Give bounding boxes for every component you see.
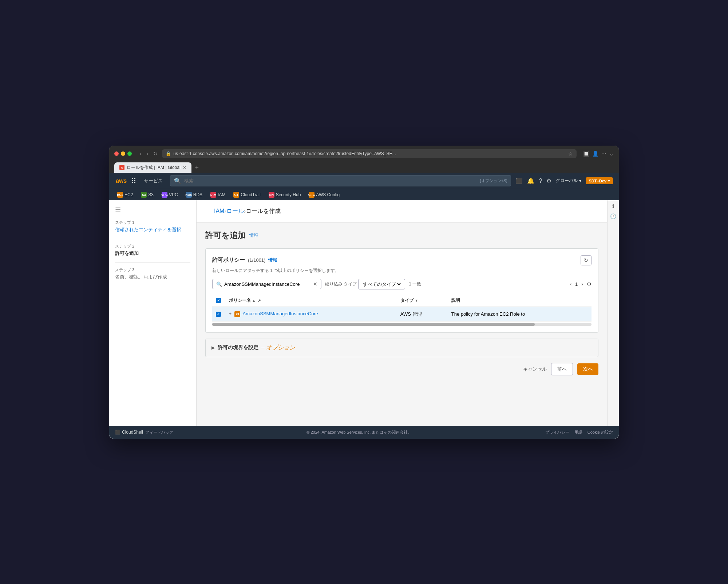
terminal-icon[interactable]: ⬛ [515, 177, 523, 184]
breadcrumb-current: ロールを作成 [246, 208, 281, 215]
page-info-link[interactable]: 情報 [249, 232, 258, 238]
search-clear-button[interactable]: ✕ [313, 281, 317, 287]
close-button[interactable] [114, 151, 119, 156]
right-panel: ℹ 🕐 [607, 200, 619, 426]
maximize-button[interactable] [127, 151, 132, 156]
tab-close-button[interactable]: ✕ [183, 165, 186, 170]
card-subtitle: 新しいロールにアタッチする 1 つ以上のポリシーを選択します。 [212, 268, 592, 274]
forward-button[interactable]: › [145, 150, 150, 157]
shortcut-vpc[interactable]: VPC VPC [159, 191, 181, 199]
star-icon[interactable]: ☆ [568, 151, 573, 157]
profile-button[interactable]: 👤 [592, 151, 598, 157]
privacy-link[interactable]: プライバシー [545, 430, 569, 435]
card-info-link[interactable]: 情報 [268, 257, 277, 263]
shortcut-s3[interactable]: S3 S3 [138, 191, 157, 199]
more-button[interactable]: ⋯ [601, 151, 606, 157]
table-row: + 🏷 AmazonSSMManagedInstanceCore AWS 管理 … [212, 307, 592, 321]
next-button[interactable]: 次へ [577, 363, 598, 375]
security-hub-icon: SH [269, 192, 274, 198]
expand-button[interactable]: ⌄ [609, 151, 614, 157]
expand-row-button[interactable]: + [229, 311, 232, 316]
shortcut-security-hub-label: Security Hub [276, 192, 301, 197]
info-panel-icon[interactable]: ℹ [612, 203, 614, 209]
ec2-icon: EC2 [117, 192, 123, 198]
aws-logo: aws [115, 177, 127, 185]
sidebar-menu-icon[interactable]: ☰ [115, 206, 190, 214]
extensions-button[interactable]: 🔲 [583, 151, 589, 157]
page-area: 許可を追加 情報 許可ポリシー (1/1001) 情報 ↻ [197, 223, 607, 426]
cookie-link[interactable]: Cookie の設定 [587, 430, 613, 435]
card-title-text: 許可ポリシー [212, 257, 245, 264]
table-settings-button[interactable]: ⚙ [587, 281, 592, 287]
policy-description: The policy for Amazon EC2 Role to [451, 311, 525, 317]
policy-search-input[interactable] [224, 281, 311, 287]
notification-bell-icon[interactable]: 🔔 [527, 177, 534, 184]
type-select[interactable]: すべてのタイプ AWS 管理 カスタマー管理 [361, 281, 402, 287]
shortcut-iam[interactable]: IAM IAM [207, 191, 228, 199]
row-checkbox[interactable] [216, 312, 221, 317]
permission-boundary-header[interactable]: ▶ 許可の境界を設定 – オプション [206, 339, 598, 357]
tab-title: ロールを作成 | IAM | Global [127, 165, 181, 171]
step3-title: 名前、確認、および作成 [115, 274, 190, 280]
policy-card: 許可ポリシー (1/1001) 情報 ↻ 新しいロールにアタッチする 1 つ以上… [205, 248, 598, 333]
terms-link[interactable]: 用語 [574, 430, 582, 435]
account-dropdown-icon: ▾ [608, 178, 610, 183]
table-scroll-thumb [212, 323, 535, 326]
refresh-button[interactable]: ↻ [152, 150, 159, 157]
policy-name-link[interactable]: AmazonSSMManagedInstanceCore [243, 311, 318, 316]
search-input[interactable] [184, 178, 477, 184]
prev-page-button[interactable]: ‹ [568, 280, 573, 288]
search-bar[interactable]: 🔍 [オプション+S] [170, 175, 511, 186]
shortcut-rds-label: RDS [193, 192, 202, 197]
sort-type-icon[interactable]: ▼ [415, 299, 418, 303]
back-button[interactable]: ‹ [138, 150, 143, 157]
grid-menu-icon[interactable]: ⠿ [131, 177, 136, 185]
breadcrumb-iam[interactable]: IAM [214, 208, 224, 214]
history-panel-icon[interactable]: 🕐 [610, 213, 616, 219]
type-select-wrap[interactable]: すべてのタイプ AWS 管理 カスタマー管理 [358, 279, 405, 289]
cloudshell-icon: ⬛ [115, 430, 120, 435]
account-badge[interactable]: SDT+Dev ▾ [586, 177, 613, 184]
next-page-button[interactable]: › [580, 280, 585, 288]
settings-icon[interactable]: ⚙ [546, 177, 551, 184]
shortcut-aws-config-label: AWS Config [316, 192, 340, 197]
breadcrumb-roles[interactable]: ロール [226, 208, 244, 215]
shortcut-vpc-label: VPC [169, 192, 178, 197]
tab-favicon: A [119, 165, 124, 170]
cloudtrail-icon: CT [233, 192, 239, 198]
shortcut-s3-label: S3 [148, 192, 154, 197]
feedback-link[interactable]: フィードバック [145, 430, 173, 435]
shortcut-cloudtrail[interactable]: CT CloudTrail [230, 191, 263, 199]
shortcut-ec2[interactable]: EC2 EC2 [114, 191, 136, 199]
active-tab[interactable]: A ロールを作成 | IAM | Global ✕ [114, 162, 191, 173]
region-dropdown-icon: ▾ [579, 178, 581, 184]
aws-managed-icon: 🏷 [234, 311, 240, 317]
shortcut-cloudtrail-label: CloudTrail [241, 192, 260, 197]
prev-button[interactable]: 前へ [551, 363, 573, 375]
match-count: 1 一致 [409, 281, 421, 287]
step1-section: ステップ 1 信頼されたエンティティを選択 [115, 220, 190, 233]
services-menu-button[interactable]: サービス [141, 178, 166, 184]
col-desc-header: 説明 [451, 298, 460, 303]
help-icon[interactable]: ? [539, 178, 542, 184]
cloudshell-button[interactable]: ⬛ CloudShell [115, 430, 143, 435]
shortcut-rds[interactable]: RDS RDS [183, 191, 205, 199]
filter-label: 絞り込み タイプ [325, 281, 357, 287]
shortcut-iam-label: IAM [218, 192, 225, 197]
new-tab-button[interactable]: + [192, 162, 202, 173]
shortcut-security-hub[interactable]: SH Security Hub [266, 191, 304, 199]
minimize-button[interactable] [121, 151, 125, 156]
table-scrollbar[interactable] [212, 323, 592, 326]
copyright-text: © 2024, Amazon Web Services, Inc. またはその関… [306, 430, 412, 434]
step1-link[interactable]: 信頼されたエンティティを選択 [115, 226, 190, 233]
external-link-icon: ↗ [258, 299, 261, 303]
step3-label: ステップ 3 [115, 267, 190, 273]
shortcut-aws-config[interactable]: CFG AWS Config [306, 191, 343, 199]
policy-search-wrap[interactable]: 🔍 ✕ [212, 279, 321, 289]
collapse-arrow-icon: ▶ [211, 345, 215, 350]
select-all-checkbox[interactable] [216, 298, 221, 303]
sort-name-icon[interactable]: ▲ [252, 299, 256, 303]
region-button[interactable]: グローバル ▾ [556, 178, 581, 184]
cancel-button[interactable]: キャンセル [523, 366, 547, 372]
refresh-button[interactable]: ↻ [581, 255, 592, 265]
